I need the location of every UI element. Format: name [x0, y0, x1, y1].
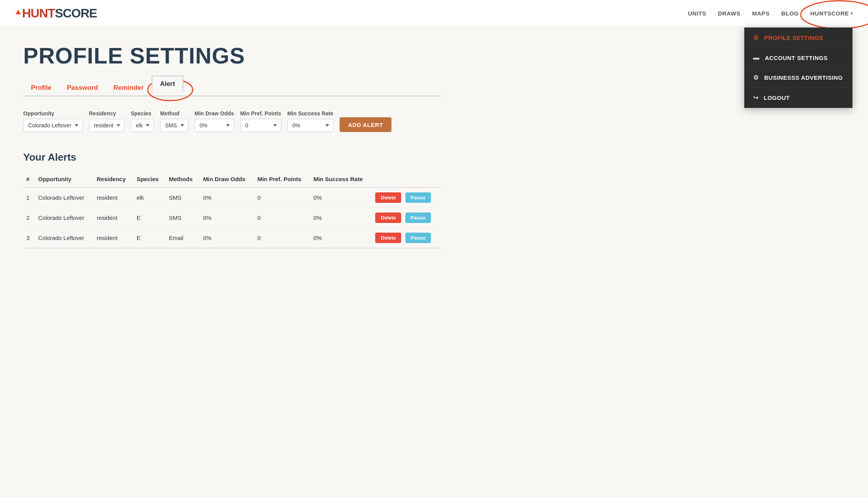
cell-opportunity: Colorado Leftover — [35, 228, 94, 248]
cell-opportunity: Colorado Leftover — [35, 187, 94, 208]
header: HUNTSCORE UNITS DRAWS MAPS BLOG HUNTSCOR… — [0, 0, 868, 27]
form-group-min-pref-points: Min Pref. Points 0 — [240, 110, 281, 132]
select-method[interactable]: SMS — [160, 119, 188, 132]
col-methods: Methods — [166, 171, 200, 187]
delete-button[interactable]: Delete — [375, 213, 401, 223]
table-row: 1 Colorado Leftover resident elk SMS 0% … — [23, 187, 441, 208]
gear2-icon: ⚙ — [753, 74, 759, 81]
label-min-pref-points: Min Pref. Points — [240, 110, 281, 117]
nav-units[interactable]: UNITS — [688, 10, 706, 17]
form-group-opportunity: Opportunity Colorado Leftover — [23, 110, 83, 132]
cell-min-pref-points: 0 — [254, 187, 310, 208]
cell-residency: resident — [94, 228, 133, 248]
table-header-row: # Opportunity Residency Species Methods … — [23, 171, 441, 187]
cell-min-success-rate: 0% — [310, 187, 372, 208]
pause-button[interactable]: Pause — [405, 233, 431, 243]
nav-huntscore-button[interactable]: HUNTSCORE ▾ — [810, 10, 853, 17]
alerts-table: # Opportunity Residency Species Methods … — [23, 171, 441, 248]
delete-button[interactable]: Delete — [375, 233, 401, 243]
dropdown-business-advertising[interactable]: ⚙ BUSINESSS ADVERTISING — [745, 68, 852, 88]
col-min-draw-odds: Min Draw Odds — [200, 171, 254, 187]
nav-huntscore-label: HUNTSCORE — [810, 10, 849, 17]
select-min-success-rate[interactable]: 0% — [287, 119, 333, 132]
label-opportunity: Opportunity — [23, 110, 83, 117]
select-residency[interactable]: resident — [89, 119, 125, 132]
form-group-min-success-rate: Min Success Rate 0% — [287, 110, 333, 132]
cell-num: 3 — [23, 228, 35, 248]
label-residency: Residency — [89, 110, 125, 117]
tab-alert[interactable]: Alert — [152, 75, 184, 92]
select-min-draw-odds[interactable]: 0% — [195, 119, 234, 132]
tab-password[interactable]: Password — [59, 80, 106, 96]
your-alerts-title: Your Alerts — [23, 151, 441, 163]
col-num: # — [23, 171, 35, 187]
cell-min-draw-odds: 0% — [200, 208, 254, 228]
pause-button[interactable]: Pause — [405, 192, 431, 203]
delete-button[interactable]: Delete — [375, 192, 401, 203]
cell-min-draw-odds: 0% — [200, 187, 254, 208]
nav-huntscore-arrow: ▾ — [851, 11, 853, 15]
dropdown-business-label: BUSINESSS ADVERTISING — [764, 74, 843, 81]
nav-draws[interactable]: DRAWS — [718, 10, 740, 17]
logo: HUNTSCORE — [15, 6, 97, 21]
dropdown-account-settings[interactable]: ▬ ACCOUNT SETTINGS — [745, 48, 852, 68]
cell-methods: SMS — [166, 187, 200, 208]
form-group-method: Method SMS — [160, 110, 188, 132]
tabs: Profile Password Reminder Alert — [23, 80, 441, 96]
cell-actions: Delete Pause — [372, 187, 441, 208]
cell-actions: Delete Pause — [372, 208, 441, 228]
logout-icon: ↪ — [753, 94, 759, 101]
pause-button[interactable]: Pause — [405, 213, 431, 223]
col-actions — [372, 171, 441, 187]
cell-min-pref-points: 0 — [254, 208, 310, 228]
cell-num: 2 — [23, 208, 35, 228]
table-row: 3 Colorado Leftover resident E Email 0% … — [23, 228, 441, 248]
cell-methods: SMS — [166, 208, 200, 228]
huntscore-dropdown-menu: ⚙ PROFILE SETTINGS ▬ ACCOUNT SETTINGS ⚙ … — [744, 27, 853, 108]
logo-triangle-icon — [15, 10, 21, 14]
tab-profile[interactable]: Profile — [23, 80, 59, 96]
table-row: 2 Colorado Leftover resident E SMS 0% 0 … — [23, 208, 441, 228]
select-opportunity[interactable]: Colorado Leftover — [23, 119, 83, 132]
dropdown-profile-settings[interactable]: ⚙ PROFILE SETTINGS — [745, 28, 852, 48]
logo-hunt: HUNT — [22, 6, 55, 21]
form-group-residency: Residency resident — [89, 110, 125, 132]
page-title: PROFILE SETTINGS — [23, 43, 441, 69]
add-alert-button[interactable]: ADD ALERT — [340, 117, 392, 132]
tab-alert-wrapper: Alert — [152, 80, 184, 96]
col-opportunity: Opportunity — [35, 171, 94, 187]
cell-actions: Delete Pause — [372, 228, 441, 248]
cell-min-draw-odds: 0% — [200, 228, 254, 248]
cell-min-success-rate: 0% — [310, 208, 372, 228]
dropdown-logout[interactable]: ↪ LOGOUT — [745, 88, 852, 108]
logo-score: SCORE — [55, 6, 97, 21]
select-species[interactable]: elk — [131, 119, 154, 132]
label-species: Species — [131, 110, 154, 117]
form-group-min-draw-odds: Min Draw Odds 0% — [195, 110, 234, 132]
label-min-success-rate: Min Success Rate — [287, 110, 333, 117]
cell-num: 1 — [23, 187, 35, 208]
dropdown-logout-label: LOGOUT — [764, 94, 790, 101]
cell-min-pref-points: 0 — [254, 228, 310, 248]
cell-species: E — [133, 228, 166, 248]
alert-form: Opportunity Colorado Leftover Residency … — [23, 110, 441, 132]
col-residency: Residency — [94, 171, 133, 187]
cell-methods: Email — [166, 228, 200, 248]
tab-reminder[interactable]: Reminder — [106, 80, 151, 96]
cell-opportunity: Colorado Leftover — [35, 208, 94, 228]
cell-species: E — [133, 208, 166, 228]
col-min-success-rate: Min Success Rate — [310, 171, 372, 187]
gear-icon: ⚙ — [753, 34, 759, 41]
card-icon: ▬ — [753, 54, 760, 61]
cell-residency: resident — [94, 187, 133, 208]
nav-maps[interactable]: MAPS — [752, 10, 769, 17]
select-min-pref-points[interactable]: 0 — [240, 119, 281, 132]
cell-min-success-rate: 0% — [310, 228, 372, 248]
cell-residency: resident — [94, 208, 133, 228]
cell-species: elk — [133, 187, 166, 208]
dropdown-profile-settings-label: PROFILE SETTINGS — [764, 34, 823, 41]
dropdown-account-settings-label: ACCOUNT SETTINGS — [765, 55, 828, 61]
nav-blog[interactable]: BLOG — [781, 10, 799, 17]
nav-huntscore-dropdown[interactable]: HUNTSCORE ▾ ⚙ PROFILE SETTINGS ▬ ACCOUNT… — [810, 10, 853, 17]
col-species: Species — [133, 171, 166, 187]
